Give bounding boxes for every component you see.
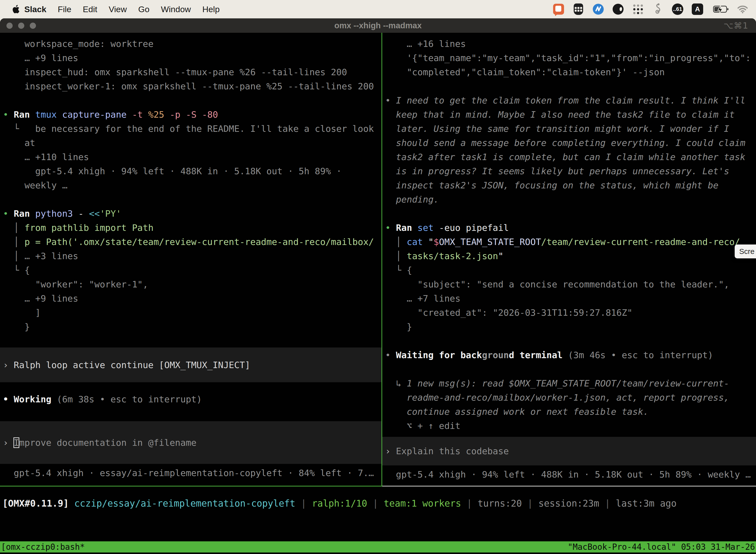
pane-hud[interactable]: workspace_mode: worktree … +9 lines insp… xyxy=(0,33,381,487)
prompt-input-row[interactable]: › Improve documentation in @filename xyxy=(0,421,381,464)
text-segment: | xyxy=(527,498,539,509)
text-segment: … +16 lines xyxy=(385,39,466,49)
text-segment: workspace_mode: worktree xyxy=(3,39,153,49)
shield-grid-icon[interactable] xyxy=(572,3,584,15)
text-segment: session:23m xyxy=(539,498,605,509)
terminal-line: gpt-5.4 xhigh · essay/ai-reimplementatio… xyxy=(0,466,381,480)
battery-icon[interactable] xyxy=(711,3,729,15)
window-titlebar[interactable]: omx --xhigh --madmax ⌥⌘1 xyxy=(0,18,756,33)
window-title: omx --xhigh --madmax xyxy=(334,21,422,30)
text-segment: -euo pipefail xyxy=(439,223,509,233)
text-segment: tasks/task-2.json xyxy=(407,251,498,261)
text-segment: - xyxy=(78,209,89,219)
text-segment: › xyxy=(3,360,14,370)
pane-worker-1[interactable]: … +16 lines '{"team_name":"my-team","tas… xyxy=(382,33,756,487)
text-segment: "worker": "worker-1", xyxy=(3,279,148,289)
text-segment: ↳ 1 new msg(s): read $OMX_TEAM_STATE_ROO… xyxy=(385,378,729,388)
text-segment: is in progress? It seems likely but perh… xyxy=(385,166,729,176)
text-segment: ⌥ + ↑ edit xyxy=(385,421,460,431)
text-segment: (6m 38s • esc to interrupt) xyxy=(57,394,202,404)
dots-grid-icon[interactable] xyxy=(632,3,644,15)
terminal-line: "subject": "send a concise recommendatio… xyxy=(382,277,756,291)
prompt-input-row[interactable]: › Explain this codebase xyxy=(382,437,756,465)
terminal-line: • Ran tmux capture-pane -t %25 -p -S -80 xyxy=(0,107,381,122)
text-segment: weekly … xyxy=(3,180,67,190)
terminal-line: [OMX#0.11.9] cczip/essay/ai-reimplementa… xyxy=(0,496,756,510)
spacer xyxy=(0,406,381,421)
terminal-line: • Ran set -euo pipefail xyxy=(382,221,756,235)
text-segment: › xyxy=(3,438,14,448)
zoom-button[interactable] xyxy=(30,22,36,29)
text-segment: capture-pane xyxy=(62,109,132,120)
terminal-line xyxy=(382,79,756,93)
spacer xyxy=(382,465,756,467)
pie-menu-icon[interactable] xyxy=(612,3,624,15)
screen: Slack File Edit View Go Window Help ..61… xyxy=(0,0,756,554)
text-segment: inspect_hud: omx sparkshell --tmux-pane … xyxy=(3,67,347,77)
spacer xyxy=(0,334,381,347)
traffic-lights xyxy=(6,18,36,33)
text-segment: cczip/essay/ai-reimplementation-copyleft xyxy=(74,498,301,509)
terminal-line: should send a message before completing … xyxy=(382,136,756,150)
prompt-input-row[interactable]: › Ralph loop active continue [OMX_TMUX_I… xyxy=(0,347,381,382)
terminal-line: gpt-5.4 xhigh · 94% left · 488K in · 5.1… xyxy=(382,467,756,482)
text-segment: later. Using the same for transition mig… xyxy=(385,124,729,134)
terminal-line: … +9 lines xyxy=(0,291,381,306)
tmux-host-clock: "MacBook-Pro-44.local" 05:03 31-Mar-26 xyxy=(568,542,755,552)
text-segment: └ { xyxy=(3,265,30,275)
text-segment: %25 xyxy=(148,109,170,120)
squiggle-icon[interactable] xyxy=(652,3,664,15)
text-segment: └ { xyxy=(385,265,412,275)
terminal-line: task2 after task1 is complete, but can I… xyxy=(382,150,756,164)
text-segment: cat xyxy=(407,237,428,247)
text-segment: gpt-5.4 xhigh · essay/ai-reimplementatio… xyxy=(3,468,374,478)
close-button[interactable] xyxy=(6,22,13,29)
text-segment: team:1 workers xyxy=(384,498,466,509)
window-shortcut-hint: ⌥⌘1 xyxy=(723,20,749,31)
text-segment: should send a message before completing … xyxy=(385,138,745,148)
screen-record-icon[interactable] xyxy=(553,3,565,15)
text-segment: keep that in mind. Maybe I also need the… xyxy=(385,109,735,120)
terminal-line: • Working (6m 38s • esc to interrupt) xyxy=(0,392,381,406)
minimize-button[interactable] xyxy=(18,22,24,29)
terminal-line: … +110 lines xyxy=(0,150,381,164)
apple-menu-icon[interactable] xyxy=(11,5,21,14)
wifi-icon[interactable] xyxy=(737,3,749,15)
terminal-line: ] xyxy=(0,306,381,320)
terminal-line: } xyxy=(0,320,381,334)
text-segment: Ran xyxy=(14,209,35,219)
text-segment: • xyxy=(3,109,14,120)
text-segment: "created_at": "2026-03-31T11:59:27.816Z" xyxy=(385,308,632,318)
menu-item-view[interactable]: View xyxy=(109,4,127,14)
menubar-status-icons: ..61 A xyxy=(553,3,749,15)
menu-item-help[interactable]: Help xyxy=(202,4,220,14)
input-source-icon[interactable]: A xyxy=(692,3,703,15)
text-segment: • xyxy=(3,209,14,219)
text-segment: $ xyxy=(434,237,439,247)
menu-item-edit[interactable]: Edit xyxy=(83,4,98,14)
text-segment: } xyxy=(3,322,30,332)
menu-item-window[interactable]: Window xyxy=(161,4,191,14)
menu-item-go[interactable]: Go xyxy=(138,4,149,14)
menu-item-file[interactable]: File xyxy=(58,4,71,14)
text-segment: at xyxy=(3,138,35,148)
count-badge-icon[interactable]: ..61 xyxy=(672,3,684,15)
terminal-line: keep that in mind. Maybe I also need the… xyxy=(382,107,756,122)
text-segment: • xyxy=(385,350,396,360)
text-segment: I need to get the claim token from the c… xyxy=(396,95,745,106)
sync-app-icon[interactable] xyxy=(592,3,604,15)
text-cursor: I xyxy=(14,438,19,448)
terminal-line: continue assigned work or next feasible … xyxy=(382,404,756,419)
text-segment: │ xyxy=(3,237,24,247)
text-segment: d terminal xyxy=(509,350,568,360)
terminal-line: │ p = Path('.omx/state/team/review-curre… xyxy=(0,235,381,249)
terminal-line: inspect_hud: omx sparkshell --tmux-pane … xyxy=(0,65,381,79)
menu-items: Slack File Edit View Go Window Help xyxy=(24,4,220,14)
text-segment: | xyxy=(301,498,312,509)
terminal-line: "created_at": "2026-03-31T11:59:27.816Z" xyxy=(382,306,756,320)
text-segment: pending. xyxy=(385,195,439,205)
text-segment: turns:20 xyxy=(478,498,527,509)
text-segment: | xyxy=(466,498,478,509)
menu-item-slack[interactable]: Slack xyxy=(24,4,46,14)
text-segment: ] xyxy=(3,308,41,318)
